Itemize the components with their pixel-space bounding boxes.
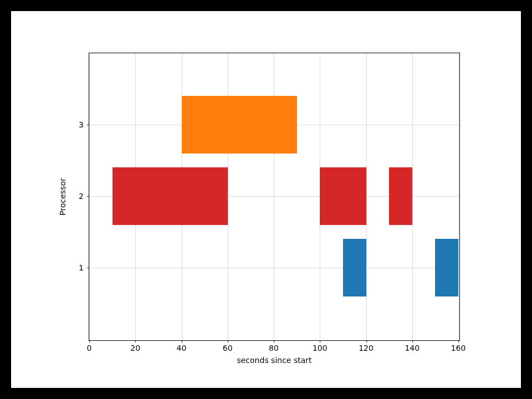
x-tick-label: 80 <box>269 344 279 352</box>
x-tick-label: 160 <box>451 344 466 352</box>
x-gridline <box>412 53 413 340</box>
x-tick-label: 0 <box>87 344 92 352</box>
x-tick <box>182 340 182 342</box>
y-tick-label: 1 <box>79 263 84 272</box>
x-tick-label: 140 <box>405 344 420 352</box>
x-tick <box>89 340 90 342</box>
y-tick <box>87 268 89 268</box>
bar-segment <box>320 167 366 224</box>
y-axis-label: Processor <box>58 178 67 215</box>
figure-frame: seconds since start Processor 0204060801… <box>11 11 521 388</box>
y-tick <box>87 125 89 125</box>
x-gridline <box>366 53 367 340</box>
x-axis-label: seconds since start <box>237 356 311 365</box>
bar-segment <box>112 167 228 224</box>
y-gridline <box>89 268 459 268</box>
x-tick <box>458 340 459 342</box>
bar-segment <box>343 239 366 296</box>
x-tick <box>274 340 274 342</box>
x-tick-label: 20 <box>130 344 140 352</box>
x-tick-label: 120 <box>359 344 374 352</box>
x-tick <box>366 340 367 342</box>
bar-segment <box>435 239 458 296</box>
x-tick <box>135 340 136 342</box>
x-tick <box>320 340 320 342</box>
plot-area: seconds since start Processor 0204060801… <box>89 53 460 341</box>
y-tick-label: 3 <box>79 120 84 129</box>
y-tick-label: 2 <box>79 192 84 201</box>
x-gridline <box>458 53 459 340</box>
x-tick <box>228 340 228 342</box>
x-gridline <box>89 53 90 340</box>
x-tick-label: 100 <box>313 344 328 352</box>
bar-segment <box>389 167 412 224</box>
x-tick <box>412 340 413 342</box>
x-tick-label: 40 <box>177 344 187 352</box>
y-tick <box>87 196 89 197</box>
bar-segment <box>182 96 297 153</box>
x-tick-label: 60 <box>223 344 233 352</box>
